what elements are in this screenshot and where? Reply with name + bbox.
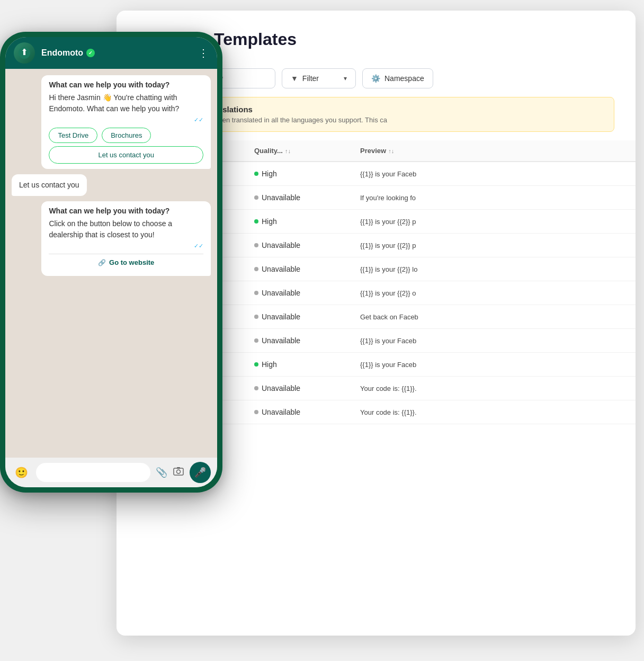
- cell-quality: Unavailable: [254, 336, 360, 345]
- svg-point-1: [23, 49, 25, 51]
- chat-area: What can we help you with today? Hi ther…: [5, 69, 217, 458]
- let-us-contact-button[interactable]: Let us contact you: [49, 146, 203, 164]
- cell-quality: High: [254, 217, 360, 226]
- phone-outer: Endomoto ✓ ⋮ What can we help you with t…: [0, 32, 222, 493]
- microphone-button[interactable]: 🎤: [190, 462, 211, 483]
- filter-icon: ▼: [291, 74, 298, 83]
- chat-input[interactable]: [36, 463, 150, 482]
- cell-quality: Unavailable: [254, 384, 360, 392]
- cell-preview: {{1}} is your Faceb: [360, 337, 466, 345]
- quality-dot: [254, 386, 258, 390]
- col-quality[interactable]: Quality... ↑↓: [254, 147, 360, 155]
- whatsapp-header: Endomoto ✓ ⋮: [5, 37, 217, 69]
- contact-info: Endomoto ✓: [41, 48, 192, 58]
- verified-badge: ✓: [86, 49, 95, 57]
- cell-quality: Unavailable: [254, 241, 360, 249]
- cell-quality: High: [254, 360, 360, 369]
- quality-dot: [254, 291, 258, 295]
- brochures-button[interactable]: Brochures: [102, 128, 151, 143]
- cell-preview: Your code is: {{1}}.: [360, 385, 466, 392]
- menu-dots[interactable]: ⋮: [198, 47, 209, 59]
- cell-preview: Your code is: {{1}}.: [360, 408, 466, 416]
- cell-preview: Get back on Faceb: [360, 313, 466, 321]
- gear-icon: ⚙️: [371, 74, 380, 83]
- attachment-icon[interactable]: 📎: [156, 467, 167, 478]
- cell-preview: {{1}} is your {{2}} p: [360, 218, 466, 226]
- quality-dot: [254, 219, 258, 224]
- cell-quality: Unavailable: [254, 312, 360, 321]
- bot-message-1: What can we help you with today? Hi ther…: [41, 75, 211, 169]
- sort-icon-quality: ↑↓: [285, 148, 291, 154]
- filter-label: Filter: [302, 74, 339, 83]
- quality-dot: [254, 267, 258, 271]
- cell-preview: {{1}} is your {{2}} o: [360, 289, 466, 297]
- phone-inner: Endomoto ✓ ⋮ What can we help you with t…: [5, 37, 217, 487]
- sort-icon-preview: ↑↓: [388, 148, 394, 154]
- cell-preview: {{1}} is your Faceb: [360, 361, 466, 369]
- quality-dot: [254, 172, 258, 176]
- cell-preview: {{1}} is your {{2}} p: [360, 242, 466, 249]
- quality-dot: [254, 315, 258, 319]
- cell-preview: {{1}} is your {{2}} lo: [360, 265, 466, 273]
- camera-icon[interactable]: [173, 466, 184, 480]
- quality-dot: [254, 195, 258, 200]
- namespace-label: Namespace: [384, 74, 424, 83]
- go-to-website-button[interactable]: 🔗 Go to website: [49, 254, 203, 271]
- user-message-1: Let us contact you: [12, 174, 87, 196]
- emoji-button[interactable]: 🙂: [12, 463, 31, 482]
- cell-quality: Unavailable: [254, 193, 360, 202]
- contact-avatar: [14, 42, 35, 64]
- bot-message-2: What can we help you with today? Click o…: [41, 201, 211, 276]
- contact-name: Endomoto ✓: [41, 48, 192, 58]
- filter-box[interactable]: ▼ Filter ▾: [282, 68, 356, 88]
- svg-rect-2: [174, 468, 183, 475]
- cell-quality: Unavailable: [254, 408, 360, 416]
- quick-reply-buttons: Test Drive Brochures: [49, 128, 203, 143]
- cell-preview: If you're looking fo: [360, 194, 466, 202]
- namespace-box[interactable]: ⚙️ Namespace: [362, 68, 433, 88]
- quality-dot: [254, 362, 258, 367]
- chevron-down-icon: ▾: [344, 75, 347, 82]
- svg-point-3: [177, 470, 181, 474]
- col-preview[interactable]: Preview ↑↓: [360, 147, 466, 155]
- cell-quality: Unavailable: [254, 289, 360, 297]
- cell-preview: {{1}} is your Faceb: [360, 170, 466, 178]
- cell-quality: Unavailable: [254, 265, 360, 273]
- cell-quality: High: [254, 169, 360, 178]
- test-drive-button[interactable]: Test Drive: [49, 128, 97, 143]
- external-link-icon: 🔗: [98, 259, 106, 266]
- quality-dot: [254, 243, 258, 247]
- phone-mockup: Endomoto ✓ ⋮ What can we help you with t…: [0, 32, 228, 614]
- quality-dot: [254, 410, 258, 414]
- quality-dot: [254, 338, 258, 343]
- svg-rect-4: [177, 467, 180, 469]
- chat-input-bar: 🙂 📎 🎤: [5, 458, 217, 487]
